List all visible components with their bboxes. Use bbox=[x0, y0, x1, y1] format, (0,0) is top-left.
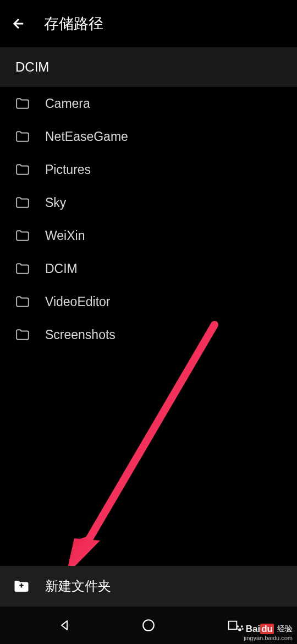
folder-icon bbox=[15, 263, 30, 275]
annotation-arrow bbox=[61, 319, 226, 578]
svg-point-9 bbox=[238, 628, 241, 631]
svg-rect-2 bbox=[21, 583, 23, 588]
breadcrumb-current: DCIM bbox=[15, 59, 49, 74]
folder-label: Sky bbox=[45, 195, 66, 210]
folder-icon bbox=[15, 163, 30, 176]
svg-point-5 bbox=[237, 625, 239, 627]
paw-icon bbox=[235, 623, 245, 635]
back-button[interactable] bbox=[11, 16, 26, 31]
folder-icon bbox=[15, 329, 30, 341]
folder-icon bbox=[15, 97, 30, 110]
triangle-back-icon bbox=[58, 619, 71, 632]
new-folder-plus-icon bbox=[13, 579, 30, 593]
new-folder-label: 新建文件夹 bbox=[45, 577, 111, 595]
circle-home-icon bbox=[141, 618, 156, 632]
folder-icon bbox=[15, 296, 30, 308]
folder-item-screenshots[interactable]: Screenshots bbox=[0, 318, 297, 351]
folder-icon bbox=[15, 130, 30, 143]
folder-item-pictures[interactable]: Pictures bbox=[0, 153, 297, 186]
svg-point-3 bbox=[143, 620, 154, 631]
header-bar: 存储路径 bbox=[0, 0, 297, 47]
folder-item-videoeditor[interactable]: VideoEditor bbox=[0, 285, 297, 318]
folder-label: Screenshots bbox=[45, 328, 116, 342]
nav-back-button[interactable] bbox=[22, 619, 106, 632]
breadcrumb[interactable]: DCIM bbox=[0, 47, 297, 87]
svg-point-7 bbox=[236, 628, 238, 630]
folder-item-camera[interactable]: Camera bbox=[0, 87, 297, 120]
folder-item-neteasegame[interactable]: NetEaseGame bbox=[0, 120, 297, 153]
folder-item-weixin[interactable]: WeiXin bbox=[0, 219, 297, 252]
watermark-url: jingyan.baidu.com bbox=[244, 635, 293, 641]
folder-label: DCIM bbox=[45, 261, 78, 276]
folder-label: NetEaseGame bbox=[45, 129, 128, 144]
svg-point-6 bbox=[241, 625, 243, 627]
folder-label: Camera bbox=[45, 96, 90, 111]
folder-list: Camera NetEaseGame Pictures Sky WeiXin D… bbox=[0, 87, 297, 351]
watermark: Baidu 经验 jingyan.baidu.com bbox=[235, 623, 293, 641]
folder-item-dcim[interactable]: DCIM bbox=[0, 252, 297, 285]
folder-icon bbox=[15, 197, 30, 209]
folder-label: VideoEditor bbox=[45, 294, 111, 309]
folder-icon bbox=[15, 230, 30, 242]
back-arrow-icon bbox=[11, 16, 26, 31]
new-folder-button[interactable]: 新建文件夹 bbox=[0, 566, 297, 607]
folder-item-sky[interactable]: Sky bbox=[0, 186, 297, 219]
svg-point-8 bbox=[242, 628, 244, 630]
folder-label: WeiXin bbox=[45, 228, 85, 243]
watermark-brand: Baidu bbox=[246, 624, 274, 635]
page-title: 存储路径 bbox=[44, 14, 103, 34]
watermark-suffix: 经验 bbox=[277, 624, 293, 634]
nav-home-button[interactable] bbox=[106, 618, 190, 632]
folder-label: Pictures bbox=[45, 162, 91, 177]
